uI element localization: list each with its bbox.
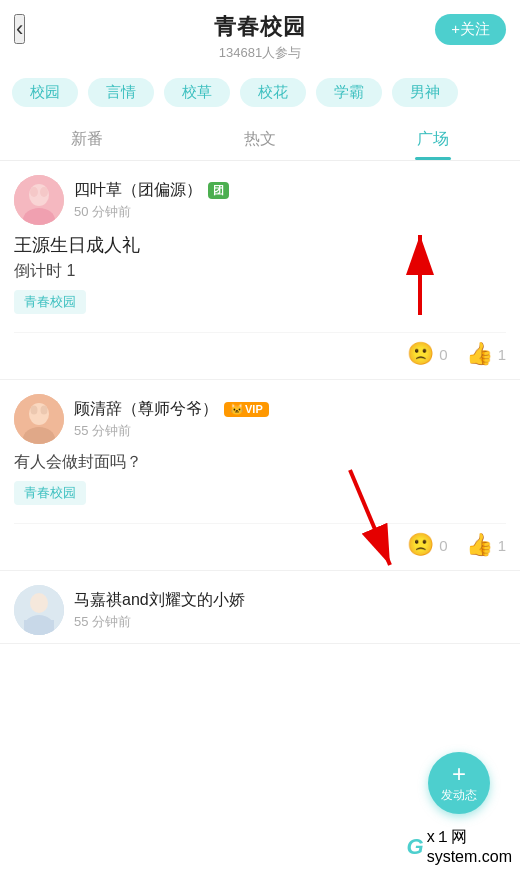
comment-count: 0	[439, 346, 447, 363]
post-item: 四叶草（团偏源） 团 50 分钟前 王源生日成人礼 倒计时 1 青春校园 🙁 0…	[0, 161, 520, 380]
fab-plus-icon: +	[452, 762, 466, 786]
follow-button[interactable]: +关注	[435, 14, 506, 45]
header: ‹ 青春校园 134681人参与 +关注	[0, 0, 520, 68]
svg-rect-13	[24, 620, 54, 635]
post-header: 马嘉祺and刘耀文的小娇 55 分钟前	[14, 585, 506, 635]
like-icon: 👍	[466, 341, 493, 367]
post-tag[interactable]: 青春校园	[14, 290, 86, 314]
svg-point-11	[30, 593, 48, 613]
post-time: 50 分钟前	[74, 203, 506, 221]
watermark-line2: system.com	[427, 848, 512, 866]
user-name-row: 马嘉祺and刘耀文的小娇	[74, 590, 506, 611]
comment-count: 0	[439, 537, 447, 554]
watermark-g: G	[407, 834, 424, 860]
like-count: 1	[498, 537, 506, 554]
user-name: 顾清辞（尊师兮爷）	[74, 399, 218, 420]
fab-label: 发动态	[441, 787, 477, 804]
like-action[interactable]: 👍 1	[466, 341, 506, 367]
fab-button[interactable]: + 发动态	[428, 752, 490, 814]
post-time: 55 分钟前	[74, 422, 506, 440]
tag-item[interactable]: 校花	[240, 78, 306, 107]
user-info: 四叶草（团偏源） 团 50 分钟前	[74, 180, 506, 221]
post-subtitle: 倒计时 1	[14, 261, 506, 282]
svg-point-9	[41, 406, 48, 415]
post-title: 王源生日成人礼	[14, 233, 506, 257]
comment-action[interactable]: 🙁 0	[407, 341, 447, 367]
tag-item[interactable]: 男神	[392, 78, 458, 107]
post-content: 王源生日成人礼 倒计时 1 青春校园	[14, 233, 506, 332]
participant-count: 134681人参与	[60, 44, 460, 62]
back-button[interactable]: ‹	[14, 14, 25, 44]
avatar	[14, 585, 64, 635]
watermark: G x１网 system.com	[407, 827, 512, 866]
watermark-line1: x１网	[427, 827, 512, 848]
svg-point-3	[30, 187, 38, 197]
tags-bar: 校园 言情 校草 校花 学霸 男神	[0, 68, 520, 117]
user-name-row: 四叶草（团偏源） 团	[74, 180, 506, 201]
tag-item[interactable]: 校园	[12, 78, 78, 107]
tag-item[interactable]: 校草	[164, 78, 230, 107]
user-info: 马嘉祺and刘耀文的小娇 55 分钟前	[74, 590, 506, 631]
post-item: 顾清辞（尊师兮爷） VIP 55 分钟前 有人会做封面吗？ 青春校园 🙁 0 👍…	[0, 380, 520, 571]
tag-item[interactable]: 言情	[88, 78, 154, 107]
watermark-text: x１网 system.com	[427, 827, 512, 866]
svg-point-4	[40, 187, 48, 197]
user-name: 马嘉祺and刘耀文的小娇	[74, 590, 245, 611]
tab-xinpan[interactable]: 新番	[0, 117, 173, 160]
post-tag[interactable]: 青春校园	[14, 481, 86, 505]
post-header: 顾清辞（尊师兮爷） VIP 55 分钟前	[14, 394, 506, 444]
like-count: 1	[498, 346, 506, 363]
post-footer: 🙁 0 👍 1	[14, 332, 506, 379]
comment-action[interactable]: 🙁 0	[407, 532, 447, 558]
fab-container: + 发动态	[428, 752, 490, 814]
tabs-bar: 新番 热文 广场	[0, 117, 520, 161]
post-time: 55 分钟前	[74, 613, 506, 631]
tag-item[interactable]: 学霸	[316, 78, 382, 107]
post-footer: 🙁 0 👍 1	[14, 523, 506, 570]
svg-point-8	[31, 406, 38, 415]
post-subtitle: 有人会做封面吗？	[14, 452, 506, 473]
user-name-row: 顾清辞（尊师兮爷） VIP	[74, 399, 506, 420]
svg-point-6	[29, 403, 49, 425]
like-action[interactable]: 👍 1	[466, 532, 506, 558]
page-title: 青春校园	[60, 12, 460, 42]
user-name: 四叶草（团偏源）	[74, 180, 202, 201]
tab-guangchang[interactable]: 广场	[347, 117, 520, 160]
avatar	[14, 394, 64, 444]
post-header: 四叶草（团偏源） 团 50 分钟前	[14, 175, 506, 225]
user-info: 顾清辞（尊师兮爷） VIP 55 分钟前	[74, 399, 506, 440]
tab-rewen[interactable]: 热文	[173, 117, 346, 160]
badge-green: 团	[208, 182, 229, 199]
like-icon: 👍	[466, 532, 493, 558]
comment-icon: 🙁	[407, 341, 434, 367]
badge-vip: VIP	[224, 402, 269, 417]
post-content: 有人会做封面吗？ 青春校园	[14, 452, 506, 523]
post-item: 马嘉祺and刘耀文的小娇 55 分钟前	[0, 571, 520, 644]
comment-icon: 🙁	[407, 532, 434, 558]
avatar	[14, 175, 64, 225]
